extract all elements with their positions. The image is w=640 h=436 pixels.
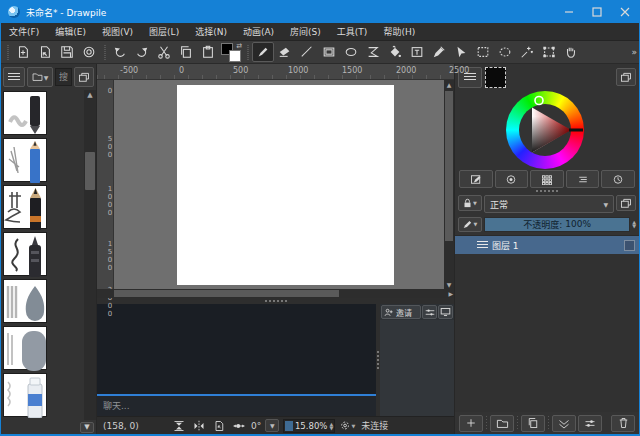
view-settings-button[interactable]: ▼ — [339, 419, 355, 433]
scroll-right-icon[interactable]: ▶ — [448, 289, 453, 298]
menu-view[interactable]: 视图(V) — [94, 23, 141, 41]
open-file-button[interactable] — [34, 42, 56, 62]
zoom-spinner[interactable]: ▲▼ — [329, 422, 333, 430]
layer-visibility-checkbox[interactable] — [624, 240, 635, 251]
tab-color-history[interactable] — [601, 170, 635, 188]
menu-tools[interactable]: 工具(T) — [329, 23, 376, 41]
foreground-background-colors[interactable]: ⇄ — [221, 43, 241, 62]
canvas-viewport[interactable] — [114, 80, 444, 289]
tab-color-circle[interactable] — [495, 170, 529, 188]
mirror-canvas-button[interactable] — [191, 419, 207, 433]
magic-wand-tool[interactable] — [516, 42, 538, 62]
canvas-paper[interactable] — [177, 85, 394, 285]
scroll-down-icon[interactable]: ▼ — [444, 280, 454, 289]
minimize-button[interactable] — [555, 1, 583, 23]
record-session-button[interactable] — [78, 42, 100, 62]
maximize-button[interactable] — [583, 1, 611, 23]
menu-select[interactable]: 选择(N) — [187, 23, 235, 41]
hue-marker[interactable] — [569, 129, 583, 132]
layer-lock-button[interactable]: ▼ — [458, 195, 482, 211]
brush-preset-blender[interactable] — [3, 326, 47, 370]
add-layer-button[interactable] — [459, 415, 483, 432]
rotation-dropdown[interactable]: ▼ — [265, 419, 279, 432]
menu-edit[interactable]: 编辑(E) — [47, 23, 94, 41]
flip-canvas-button[interactable] — [171, 419, 187, 433]
transform-tool[interactable] — [538, 42, 560, 62]
ellipse-tool[interactable] — [340, 42, 362, 62]
tab-palette-grid[interactable] — [530, 170, 564, 188]
sketch-mode-button[interactable]: ▼ — [458, 217, 482, 232]
eraser-tool[interactable] — [274, 42, 296, 62]
undock-button[interactable] — [616, 195, 636, 211]
merge-layer-button[interactable] — [552, 415, 576, 432]
brush-preset-marker[interactable] — [3, 91, 47, 135]
view-mode-button[interactable] — [438, 305, 453, 319]
menu-animation[interactable]: 动画(A) — [235, 23, 282, 41]
cut-button[interactable] — [153, 42, 175, 62]
scroll-up-icon[interactable]: ▲ — [444, 80, 454, 89]
current-color-swatch[interactable] — [485, 67, 506, 88]
horizontal-scrollbar[interactable]: ▶ — [97, 289, 454, 298]
rectangle-tool[interactable] — [318, 42, 340, 62]
chat-log[interactable] — [97, 304, 376, 394]
undo-button[interactable] — [109, 42, 131, 62]
duplicate-layer-button[interactable] — [521, 415, 545, 432]
blend-mode-dropdown[interactable]: 正常 ▼ — [484, 195, 614, 213]
chat-input[interactable] — [97, 396, 376, 416]
menu-file[interactable]: 文件(F) — [1, 23, 47, 41]
toolbar-overflow-chevron[interactable]: » — [631, 47, 637, 57]
save-button[interactable] — [56, 42, 78, 62]
brush-folder-button[interactable]: ▼ — [27, 67, 53, 87]
brush-menu-button[interactable] — [3, 67, 25, 87]
undock-button[interactable] — [616, 68, 636, 86]
swap-colors-icon[interactable]: ⇄ — [236, 42, 242, 50]
layer-properties-button[interactable] — [578, 415, 602, 432]
undock-button[interactable] — [74, 67, 94, 87]
brush-preset-charcoal-pencil[interactable] — [3, 185, 47, 229]
new-file-button[interactable] — [12, 42, 34, 62]
tab-color-sliders[interactable] — [566, 170, 600, 188]
brush-preset-eraser-pen[interactable] — [3, 373, 47, 417]
opacity-slider[interactable]: 不透明度: 100% — [484, 217, 630, 232]
menu-help[interactable]: 帮助(H) — [375, 23, 423, 41]
scrollbar-thumb[interactable] — [445, 91, 453, 241]
brush-list-scrollbar[interactable]: ▲ — [84, 90, 96, 420]
opacity-spinner[interactable]: ▲▼ — [632, 220, 636, 228]
rectangle-select-tool[interactable] — [472, 42, 494, 62]
color-wheel[interactable] — [506, 91, 584, 169]
color-marker[interactable] — [535, 97, 543, 105]
zoom-field[interactable]: 15.80% ▲▼ — [283, 419, 335, 433]
reset-view-button[interactable] — [211, 419, 227, 433]
copy-button[interactable] — [175, 42, 197, 62]
scrollbar-thumb[interactable] — [85, 152, 95, 190]
laser-pointer-tool[interactable] — [450, 42, 472, 62]
annotation-tool[interactable] — [406, 42, 428, 62]
bezier-curve-tool[interactable] — [362, 42, 384, 62]
close-button[interactable] — [611, 1, 639, 23]
brush-preset-blue-pencil[interactable] — [3, 138, 47, 182]
brush-search-input[interactable] — [55, 68, 72, 86]
background-color-swatch[interactable] — [229, 50, 241, 62]
session-settings-button[interactable] — [422, 305, 437, 319]
scroll-down-button[interactable]: ▼ — [80, 422, 94, 433]
dock-splitter[interactable] — [455, 188, 639, 193]
brush-preset-paper-stump[interactable] — [3, 279, 47, 323]
color-picker-tool[interactable] — [428, 42, 450, 62]
tab-brush-settings[interactable] — [459, 170, 493, 188]
flood-fill-tool[interactable] — [384, 42, 406, 62]
pan-tool[interactable] — [560, 42, 582, 62]
scroll-up-icon[interactable]: ▲ — [84, 90, 96, 100]
paste-button[interactable] — [197, 42, 219, 62]
redo-button[interactable] — [131, 42, 153, 62]
scrollbar-thumb[interactable] — [114, 290, 339, 297]
user-list[interactable] — [380, 320, 454, 416]
menu-layer[interactable]: 图层(L) — [141, 23, 187, 41]
line-tool[interactable] — [296, 42, 318, 62]
delete-layer-button[interactable] — [611, 415, 635, 432]
brush-preset-brush-pen[interactable] — [3, 232, 47, 276]
add-group-button[interactable] — [490, 415, 514, 432]
invite-button[interactable]: 邀请 — [381, 305, 421, 319]
layer-row[interactable]: 图层 1 — [455, 236, 639, 254]
menu-session[interactable]: 房间(S) — [282, 23, 329, 41]
vertical-scrollbar[interactable]: ▲ ▼ — [444, 80, 454, 289]
